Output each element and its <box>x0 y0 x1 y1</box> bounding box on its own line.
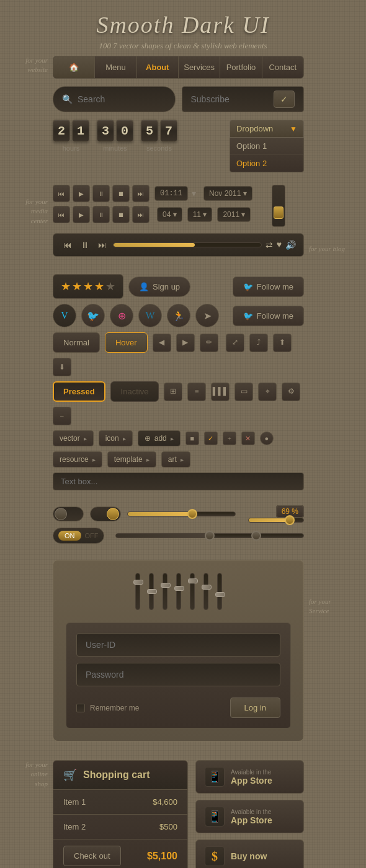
nav-item-about[interactable]: About <box>137 56 179 78</box>
twitter-button[interactable]: 🐦 <box>81 304 105 327</box>
date-selector[interactable]: Nov 2011 ▾ <box>203 186 252 201</box>
wordpress-button[interactable]: W <box>138 304 162 327</box>
remember-label[interactable]: Remember me <box>76 704 139 712</box>
resource-tag[interactable]: resource ▸ <box>53 451 102 467</box>
play-button-1[interactable]: ▶ <box>73 185 90 202</box>
pause-button-1[interactable]: ⏸ <box>92 185 110 202</box>
annotation-service: for your Service <box>304 597 347 616</box>
password-input[interactable] <box>76 663 280 686</box>
square-icon-btn[interactable]: ■ <box>185 432 199 445</box>
vslider-track-7[interactable] <box>217 573 222 610</box>
audio-rewind[interactable]: ⏮ <box>61 239 74 251</box>
vimeo-button[interactable]: V <box>53 304 76 327</box>
dot-icon-btn[interactable]: ● <box>260 432 274 445</box>
stop-button-2[interactable]: ⏹ <box>112 206 130 223</box>
upload-button[interactable]: ⬆ <box>273 334 292 352</box>
list-button[interactable]: ≡ <box>187 383 206 401</box>
vslider-track-4[interactable] <box>176 573 181 610</box>
shuffle-icon[interactable]: ⇄ <box>266 240 273 250</box>
barcode-button[interactable]: ▌▌▌ <box>211 383 230 401</box>
resize-button[interactable]: ⤢ <box>226 334 244 352</box>
pressed-label: Pressed <box>63 387 95 396</box>
grid-button[interactable]: ⊞ <box>164 383 182 401</box>
dropdown-option-2[interactable]: Option 2 <box>230 155 303 172</box>
dropdown-header[interactable]: Dropdown ▼ <box>230 120 304 138</box>
range-slider-2[interactable] <box>248 518 304 523</box>
buy-now-button[interactable]: $ Buy now <box>195 839 304 868</box>
fast-forward-button-1[interactable]: ⏭ <box>132 185 150 202</box>
audio-pause[interactable]: ⏸ <box>78 239 92 251</box>
date-selector-3[interactable]: 11 ▾ <box>187 207 213 222</box>
nav-item-contact[interactable]: Contact <box>262 56 303 78</box>
edit-button[interactable]: ✏ <box>200 334 218 352</box>
tag-button[interactable]: ⌖ <box>258 383 277 401</box>
search-input[interactable] <box>78 94 166 104</box>
normal-button[interactable]: Normal <box>53 332 100 353</box>
share-button[interactable]: ⤴ <box>249 334 268 352</box>
signup-button[interactable]: 👤 Sign up <box>128 277 190 297</box>
left-arrow-button[interactable]: ◀ <box>153 334 171 352</box>
settings-button[interactable]: ⚙ <box>282 383 300 401</box>
range-slider-3[interactable] <box>115 533 305 538</box>
heart-icon[interactable]: ♥ <box>277 240 282 250</box>
rewind-button[interactable]: ⏮ <box>53 185 70 202</box>
plus-icon-btn[interactable]: + <box>223 432 236 445</box>
toggle-off-1[interactable] <box>53 507 84 521</box>
nav-item-portfolio[interactable]: Portfolio <box>220 56 262 78</box>
app-store-button-1[interactable]: 📱 Avaiable in the App Store <box>195 760 304 794</box>
cross-icon-btn[interactable]: ✕ <box>241 432 255 445</box>
vslider-track-1[interactable] <box>135 573 140 610</box>
dollar-icon: $ <box>205 846 225 866</box>
rewind-button-2[interactable]: ⏮ <box>53 206 70 223</box>
toggle-on-1[interactable] <box>90 507 121 521</box>
range-slider-1[interactable] <box>127 512 236 516</box>
checkout-button[interactable]: Check out <box>63 846 121 866</box>
inactive-button: Inactive <box>110 381 159 402</box>
download-button[interactable]: ⬇ <box>53 358 71 376</box>
vector-tag[interactable]: vector ▸ <box>53 430 94 446</box>
userid-input[interactable] <box>76 633 280 657</box>
vertical-slider[interactable] <box>272 185 285 227</box>
stop-button-1[interactable]: ⏹ <box>112 185 130 202</box>
nav-item-menu[interactable]: Menu <box>95 56 136 78</box>
runner-button[interactable]: 🏃 <box>167 304 190 327</box>
right-arrow-button[interactable]: ▶ <box>176 334 195 352</box>
audio-forward[interactable]: ⏭ <box>96 239 109 251</box>
dropdown-option-1[interactable]: Option 1 <box>230 138 303 155</box>
vslider-track-5[interactable] <box>190 573 195 610</box>
art-tag[interactable]: art ▸ <box>161 451 190 467</box>
add-tag[interactable]: ⊕ add ▸ <box>138 430 181 446</box>
minus-button[interactable]: − <box>53 407 71 425</box>
follow-button-1[interactable]: 🐦 Follow me <box>233 277 304 297</box>
dribbble-button[interactable]: ⊕ <box>110 304 133 327</box>
pause-button-2[interactable]: ⏸ <box>92 206 110 223</box>
volume-icon[interactable]: 🔊 <box>285 240 296 250</box>
hover-button[interactable]: Hover <box>105 332 148 353</box>
screen-button[interactable]: ▭ <box>234 383 253 401</box>
vslider-track-3[interactable] <box>163 573 167 610</box>
add-circle-icon: ⊕ <box>145 434 151 443</box>
app-store-button-2[interactable]: 📱 Avaiable in the App Store <box>195 800 304 833</box>
star-rating[interactable]: ★ ★ ★ ★ ★ <box>53 274 123 299</box>
icon-tag[interactable]: icon ▸ <box>99 430 133 446</box>
template-tag[interactable]: template ▸ <box>107 451 156 467</box>
pressed-button[interactable]: Pressed <box>53 381 105 402</box>
nav-item-services[interactable]: Services <box>179 56 220 78</box>
text-box[interactable] <box>53 472 304 490</box>
check-icon-btn[interactable]: ✓ <box>204 432 218 445</box>
audio-progress-bar[interactable] <box>113 242 262 247</box>
date-selector-2[interactable]: 04 ▾ <box>157 207 182 222</box>
send-button[interactable]: ➤ <box>195 304 219 327</box>
vslider-track-2[interactable] <box>149 573 154 610</box>
remember-checkbox[interactable] <box>76 704 85 712</box>
follow-button-2[interactable]: 🐦 Follow me <box>233 306 304 326</box>
subscribe-input[interactable] <box>191 94 269 104</box>
login-button[interactable]: Log in <box>230 698 280 718</box>
nav-item-home[interactable]: 🏠 <box>53 56 95 78</box>
on-off-toggle[interactable]: ON OFF <box>53 528 104 544</box>
fast-forward-button-2[interactable]: ⏭ <box>132 206 150 223</box>
play-button-2[interactable]: ▶ <box>73 206 90 223</box>
subscribe-button[interactable]: ✓ <box>274 91 295 108</box>
date-selector-4[interactable]: 2011 ▾ <box>217 207 251 222</box>
vslider-track-6[interactable] <box>203 573 208 610</box>
